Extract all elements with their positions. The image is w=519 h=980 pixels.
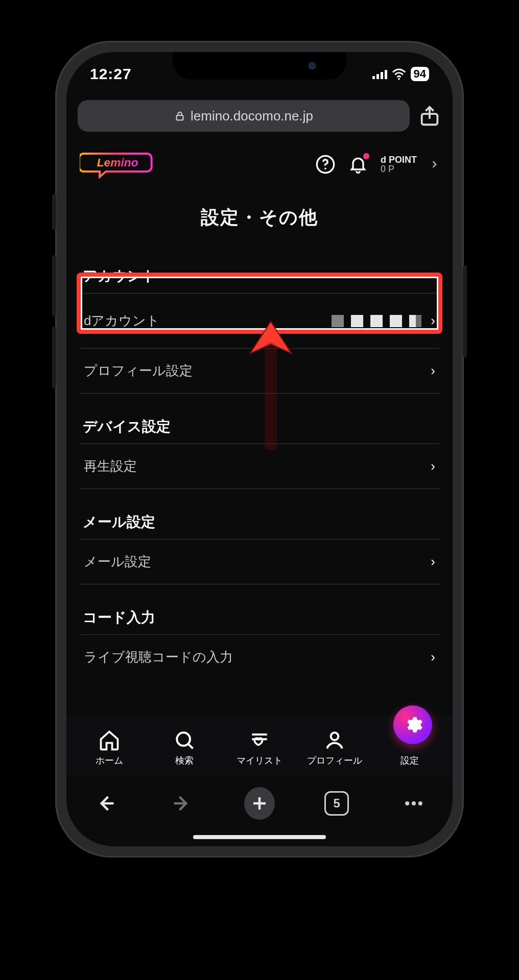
browser-domain: lemino.docomo.ne.jp [191,108,313,124]
lemino-logo[interactable]: Lemino [80,150,156,179]
phone-frame: 12:27 94 lemino.docomo.ne.jp [55,41,464,857]
chevron-right-icon: › [431,313,435,329]
browser-new-tab-button[interactable] [244,788,275,819]
home-indicator[interactable] [193,835,326,839]
browser-toolbar: 5 [66,778,453,829]
battery-percent: 94 [414,67,426,81]
row-d-account[interactable]: dアカウント › [80,293,439,349]
notifications-button[interactable] [348,154,368,175]
chevron-right-icon [429,159,439,169]
settings-list: アカウント dアカウント › プロフィール設定 › デバイス設定 再生設定 › [80,256,439,714]
svg-point-0 [398,78,400,80]
browser-menu-button[interactable] [398,788,429,819]
page-title: 設定・その他 [66,205,453,230]
nav-label: 設定 [400,754,419,767]
row-label: プロフィール設定 [84,362,193,380]
status-time: 12:27 [90,65,132,83]
nav-search[interactable]: 検索 [154,729,215,767]
dpoint-display[interactable]: d POINT 0 P [381,155,417,174]
svg-text:Lemino: Lemino [97,156,138,169]
nav-label: 検索 [175,754,194,767]
arrow-left-icon [94,792,116,815]
front-camera [309,62,316,69]
row-profile-settings[interactable]: プロフィール設定 › [80,349,439,394]
nav-label: プロフィール [307,754,362,767]
browser-address-bar[interactable]: lemino.docomo.ne.jp [78,100,410,132]
nav-label: マイリスト [237,754,282,767]
row-label: 再生設定 [84,457,137,475]
section-device-title: デバイス設定 [80,394,439,444]
svg-point-9 [412,801,416,805]
nav-home[interactable]: ホーム [79,729,140,767]
battery-indicator: 94 [411,67,429,81]
section-account-title: アカウント [80,256,439,293]
dpoint-value: 0 P [381,164,417,174]
notification-badge [363,153,369,159]
settings-fab[interactable] [393,705,432,744]
plus-icon [250,794,269,813]
svg-point-5 [324,168,326,170]
arrow-right-icon [171,792,194,815]
wifi-icon [391,68,407,80]
nav-label: ホーム [96,754,123,767]
row-label: dアカウント [84,312,160,330]
notch [173,52,346,80]
row-label: ライブ視聴コードの入力 [84,648,233,666]
dpoint-label: d POINT [381,155,417,164]
home-icon [98,729,121,751]
gear-icon [403,715,423,735]
svg-point-10 [418,801,422,805]
phone-mute-switch [52,194,56,230]
svg-point-8 [405,801,409,805]
masked-account-value [332,315,421,327]
lock-icon [174,110,185,121]
chevron-right-icon: › [431,649,435,665]
browser-back-button[interactable] [90,788,121,819]
section-mail-title: メール設定 [80,489,439,539]
svg-point-6 [177,732,190,746]
phone-volume-up [52,255,56,316]
mylist-icon [248,729,271,751]
row-mail-settings[interactable]: メール設定 › [80,539,439,584]
svg-rect-1 [177,115,183,120]
nav-profile[interactable]: プロフィール [304,729,365,767]
chevron-right-icon: › [431,554,435,570]
more-icon [403,792,425,815]
phone-volume-down [52,327,56,388]
row-label: メール設定 [84,553,151,571]
svg-point-7 [331,732,339,740]
help-icon[interactable] [315,154,336,175]
cellular-signal-icon [372,69,387,79]
search-icon [173,729,196,751]
phone-side-button [463,265,467,357]
section-code-title: コード入力 [80,584,439,634]
row-live-code-input[interactable]: ライブ視聴コードの入力 › [80,634,439,679]
row-playback-settings[interactable]: 再生設定 › [80,444,439,489]
chevron-right-icon: › [431,363,435,379]
nav-mylist[interactable]: マイリスト [229,729,290,767]
screen: 12:27 94 lemino.docomo.ne.jp [66,52,453,846]
tab-count: 5 [333,796,340,811]
share-icon[interactable] [418,104,441,128]
profile-icon [323,729,346,751]
browser-tabs-button[interactable]: 5 [321,788,352,819]
browser-forward-button[interactable] [167,788,198,819]
chevron-right-icon: › [431,458,435,474]
app-header: Lemino d POINT 0 P [80,146,439,182]
